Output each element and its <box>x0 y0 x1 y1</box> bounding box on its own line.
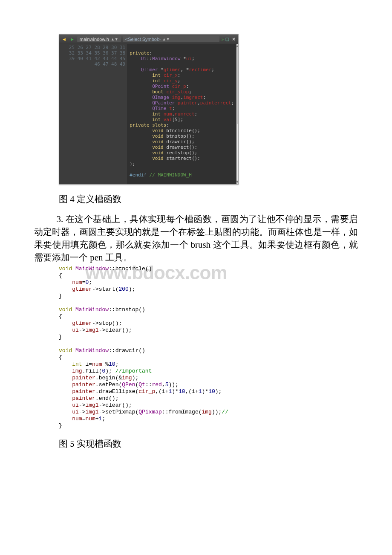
code-editor[interactable]: private: Ui::MainWindow *ui; QTimer *gti… <box>127 44 236 184</box>
figure-5-caption: 图 5 实现槽函数 <box>59 438 358 450</box>
nav-back-icon[interactable]: ◄ <box>61 37 67 42</box>
updown-icon: ▲▼ <box>111 37 118 41</box>
split-icon[interactable]: ❏ <box>225 37 229 42</box>
file-selector[interactable]: mainwindow.h ▲▼ <box>77 36 121 42</box>
nav-forward-icon[interactable]: ► <box>69 37 75 42</box>
symbol-selector[interactable]: <Select Symbol> ▲▼ <box>123 36 220 42</box>
updown-icon: ▲▼ <box>162 37 170 41</box>
ide-body: 25 26 27 28 29 30 31 32 33 34 35 36 37 3… <box>59 44 238 184</box>
ide-toolbar: ◄ ► mainwindow.h ▲▼ <Select Symbol> ▲▼ »… <box>59 35 238 44</box>
line-gutter: 25 26 27 28 29 30 31 32 33 34 35 36 37 3… <box>59 44 127 184</box>
ide-window: ◄ ► mainwindow.h ▲▼ <Select Symbol> ▲▼ »… <box>59 34 239 185</box>
scroll-down-icon[interactable]: ▾ <box>236 180 238 184</box>
cpp-code-block: void MainWindow::btncircle() { num=0; gt… <box>59 266 358 429</box>
symbol-placeholder-label: <Select Symbol> <box>125 37 161 42</box>
close-icon[interactable]: × <box>231 36 236 42</box>
scroll-thumb[interactable] <box>237 47 238 124</box>
file-name-label: mainwindow.h <box>80 37 109 42</box>
vertical-scrollbar[interactable]: ▴ ▾ <box>236 44 238 184</box>
paragraph-3-text: 3. 在这个基础上，具体实现每个槽函数，画圆为了让他不停的显示，需要启动定时器，… <box>34 214 358 263</box>
figure-4-caption: 图 4 定义槽函数 <box>59 193 358 205</box>
expand-icon[interactable]: » <box>221 37 224 42</box>
paragraph-3: 3. 在这个基础上，具体实现每个槽函数，画圆为了让他不停的显示，需要启动定时器，… <box>34 213 358 264</box>
